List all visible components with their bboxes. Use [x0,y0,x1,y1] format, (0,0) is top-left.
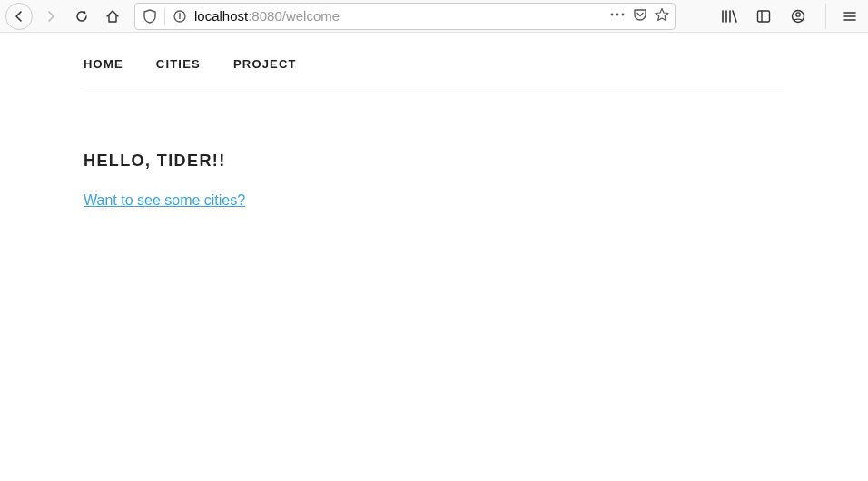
library-icon [721,9,737,24]
svg-point-4 [616,13,619,15]
account-button[interactable] [785,4,811,29]
home-button[interactable] [100,4,125,29]
back-button[interactable] [5,3,33,30]
svg-point-1 [179,13,181,15]
toolbar-right [716,4,863,29]
shield-icon[interactable] [141,7,159,25]
star-icon [655,7,669,22]
nav-project[interactable]: PROJECT [233,57,297,71]
sidebar-button[interactable] [751,4,776,29]
hamburger-icon [843,9,857,24]
forward-button [38,4,64,29]
home-icon [105,9,120,24]
svg-point-5 [622,13,625,15]
svg-point-9 [796,12,800,15]
page-actions-button[interactable] [609,8,626,25]
ellipsis-icon [609,8,626,21]
sidebar-icon [756,9,771,24]
svg-point-3 [611,13,614,15]
page-heading: HELLO, TIDER!! [84,152,784,171]
account-icon [791,9,805,24]
url-path: :8080/welcome [248,8,340,24]
arrow-left-icon [12,9,26,24]
reload-icon [74,9,89,24]
library-button[interactable] [716,4,742,29]
page-content: HOME CITIES PROJECT HELLO, TIDER!! Want … [0,33,868,209]
site-nav: HOME CITIES PROJECT [84,33,784,93]
separator [825,4,826,29]
url-bar[interactable]: localhost:8080/welcome [134,3,676,30]
app-menu-button[interactable] [837,4,863,29]
separator [164,8,165,25]
browser-toolbar: localhost:8080/welcome [0,0,868,33]
info-icon[interactable] [171,7,189,25]
pocket-icon [633,7,647,22]
nav-cities[interactable]: CITIES [156,57,201,71]
url-actions [609,7,669,25]
bookmark-button[interactable] [655,7,669,25]
arrow-right-icon [44,9,58,24]
svg-rect-2 [179,15,180,19]
pocket-button[interactable] [633,7,647,25]
nav-home[interactable]: HOME [84,57,123,71]
see-cities-link[interactable]: Want to see some cities? [84,192,245,209]
svg-rect-6 [758,11,770,22]
reload-button[interactable] [69,4,94,29]
url-text[interactable]: localhost:8080/welcome [194,8,604,24]
url-host: localhost [194,8,248,24]
